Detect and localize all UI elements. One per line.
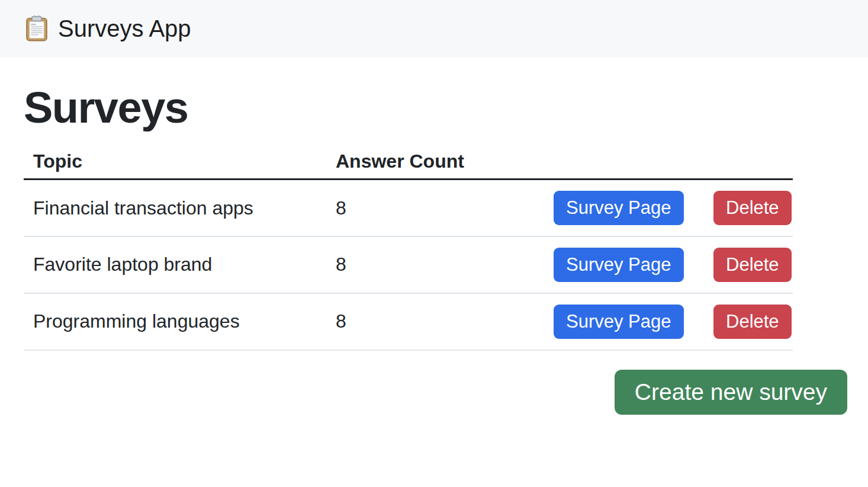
app-title: Surveys App	[58, 15, 191, 42]
delete-button[interactable]: Delete	[713, 248, 792, 282]
survey-page-column-header	[544, 143, 704, 180]
survey-page-button[interactable]: Survey Page	[554, 305, 684, 339]
main-content: Surveys Topic Answer Count Financial tra…	[0, 84, 868, 415]
topic-cell: Financial transaction apps	[24, 180, 326, 236]
survey-page-button[interactable]: Survey Page	[554, 191, 684, 225]
surveys-table: Topic Answer Count Financial transaction…	[24, 143, 793, 351]
create-new-survey-button[interactable]: Create new survey	[615, 370, 847, 415]
clipboard-icon	[24, 15, 50, 43]
table-row: Favorite laptop brand 8 Survey Page Dele…	[24, 236, 793, 293]
answer-count-cell: 8	[326, 180, 544, 236]
topic-column-header: Topic	[24, 143, 326, 180]
survey-page-button[interactable]: Survey Page	[554, 248, 684, 282]
table-row: Programming languages 8 Survey Page Dele…	[24, 293, 793, 350]
delete-button[interactable]: Delete	[713, 191, 792, 225]
navbar: Surveys App	[0, 0, 868, 57]
app-brand[interactable]: Surveys App	[24, 15, 191, 43]
table-row: Financial transaction apps 8 Survey Page…	[24, 180, 793, 236]
answer-count-cell: 8	[326, 293, 544, 350]
answer-count-column-header: Answer Count	[326, 143, 544, 180]
answer-count-cell: 8	[326, 236, 544, 293]
delete-column-header	[704, 143, 793, 180]
topic-cell: Programming languages	[24, 293, 326, 350]
page-title: Surveys	[24, 84, 868, 132]
topic-cell: Favorite laptop brand	[24, 236, 326, 293]
delete-button[interactable]: Delete	[713, 305, 792, 339]
table-header-row: Topic Answer Count	[24, 143, 793, 180]
create-survey-row: Create new survey	[0, 370, 868, 415]
